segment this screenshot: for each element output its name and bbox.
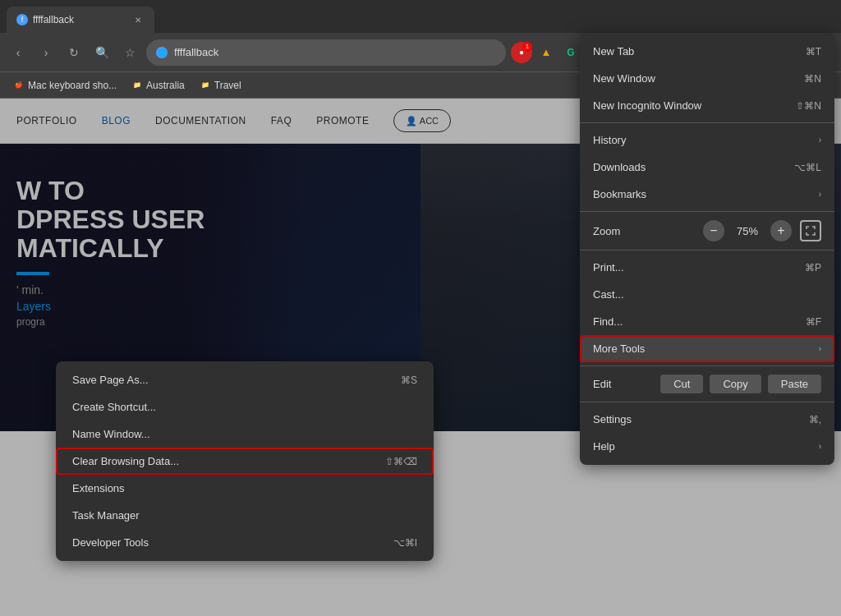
bookmark-travel-icon: 📁: [200, 80, 211, 91]
submenu-create-shortcut[interactable]: Create Shortcut...: [56, 393, 434, 421]
ext-icon-grammarly[interactable]: G: [560, 42, 581, 63]
edit-paste-button[interactable]: Paste: [768, 375, 821, 393]
address-favicon: 🌐: [156, 47, 168, 58]
submenu-extensions-label: Extensions: [72, 482, 125, 494]
menu-divider-4: [580, 365, 834, 366]
menu-divider-5: [580, 402, 834, 402]
bookmark-travel[interactable]: 📁 Travel: [193, 76, 248, 94]
bookmark-apple[interactable]: 🍎 Mac keyboard sho...: [7, 76, 123, 94]
menu-item-more-tools[interactable]: More Tools ›: [580, 335, 834, 362]
ext-icon-red[interactable]: ●: [511, 42, 532, 63]
more-tools-submenu: Save Page As... ⌘S Create Shortcut... Na…: [56, 361, 434, 561]
edit-row: Edit Cut Copy Paste: [580, 370, 834, 398]
reload-button[interactable]: ↻: [62, 41, 85, 64]
menu-item-downloads[interactable]: Downloads ⌥⌘L: [580, 154, 834, 181]
submenu-save-page-label: Save Page As...: [72, 374, 149, 386]
edit-copy-button[interactable]: Copy: [710, 375, 761, 393]
active-tab[interactable]: f ffffallback ✕: [7, 7, 154, 33]
submenu-name-window-label: Name Window...: [72, 428, 150, 440]
submenu-task-manager-label: Task Manager: [72, 509, 140, 522]
submenu-developer-tools-shortcut: ⌥⌘I: [393, 537, 417, 549]
menu-divider-2: [580, 211, 834, 212]
menu-item-print[interactable]: Print... ⌘P: [580, 254, 834, 281]
menu-divider-3: [580, 250, 834, 251]
menu-item-settings[interactable]: Settings ⌘,: [580, 406, 834, 433]
zoom-fullscreen-button[interactable]: [800, 220, 821, 241]
menu-item-new-tab[interactable]: New Tab ⌘T: [580, 38, 834, 65]
submenu-name-window[interactable]: Name Window...: [56, 421, 434, 448]
submenu-save-page-shortcut: ⌘S: [401, 375, 417, 386]
zoom-in-button[interactable]: +: [770, 220, 792, 241]
zoom-value-display: 75%: [733, 225, 762, 237]
bookmark-australia[interactable]: 📁 Australia: [125, 76, 191, 94]
bookmark-australia-label: Australia: [146, 80, 185, 91]
submenu-clear-browsing-shortcut: ⇧⌘⌫: [385, 456, 417, 467]
submenu-create-shortcut-label: Create Shortcut...: [72, 401, 156, 413]
star-icon[interactable]: ☆: [118, 41, 141, 64]
submenu-save-page[interactable]: Save Page As... ⌘S: [56, 366, 434, 393]
bookmark-travel-label: Travel: [214, 80, 241, 91]
search-icon: 🔍: [90, 41, 113, 64]
ext-icon-drive[interactable]: ▲: [535, 42, 557, 63]
submenu-task-manager[interactable]: Task Manager: [56, 502, 434, 529]
menu-item-find[interactable]: Find... ⌘F: [580, 308, 834, 335]
menu-divider-1: [580, 122, 834, 123]
zoom-out-button[interactable]: −: [703, 220, 724, 241]
tab-bar: f ffffallback ✕: [0, 0, 841, 33]
chrome-menu: New Tab ⌘T New Window ⌘N New Incognito W…: [580, 33, 834, 465]
menu-item-cast[interactable]: Cast...: [580, 281, 834, 308]
tab-close-button[interactable]: ✕: [131, 13, 145, 26]
submenu-clear-browsing[interactable]: Clear Browsing Data... ⇧⌘⌫: [56, 448, 434, 475]
bookmark-folder-icon: 📁: [131, 80, 143, 91]
zoom-row: Zoom − 75% +: [580, 215, 834, 246]
submenu-developer-tools-label: Developer Tools: [72, 536, 149, 549]
menu-item-bookmarks[interactable]: Bookmarks ›: [580, 181, 834, 208]
address-text: ffffallback: [174, 46, 218, 58]
menu-item-help[interactable]: Help ›: [580, 433, 834, 460]
tab-favicon: f: [16, 14, 28, 25]
forward-button[interactable]: ›: [34, 41, 57, 64]
submenu-clear-browsing-label: Clear Browsing Data...: [72, 455, 179, 467]
menu-item-new-incognito[interactable]: New Incognito Window ⇧⌘N: [580, 92, 834, 119]
back-button[interactable]: ‹: [7, 41, 30, 64]
zoom-controls: − 75% +: [703, 220, 821, 241]
menu-item-history[interactable]: History ›: [580, 126, 834, 154]
submenu-developer-tools[interactable]: Developer Tools ⌥⌘I: [56, 529, 434, 556]
bookmark-apple-label: Mac keyboard sho...: [28, 80, 117, 91]
bookmark-apple-icon: 🍎: [13, 80, 25, 91]
submenu-extensions[interactable]: Extensions: [56, 475, 434, 502]
fullscreen-icon: [806, 226, 816, 236]
edit-cut-button[interactable]: Cut: [660, 375, 703, 393]
address-bar[interactable]: 🌐 ffffallback: [146, 39, 506, 66]
tab-title: ffffallback: [33, 14, 126, 25]
menu-item-new-window[interactable]: New Window ⌘N: [580, 65, 834, 92]
